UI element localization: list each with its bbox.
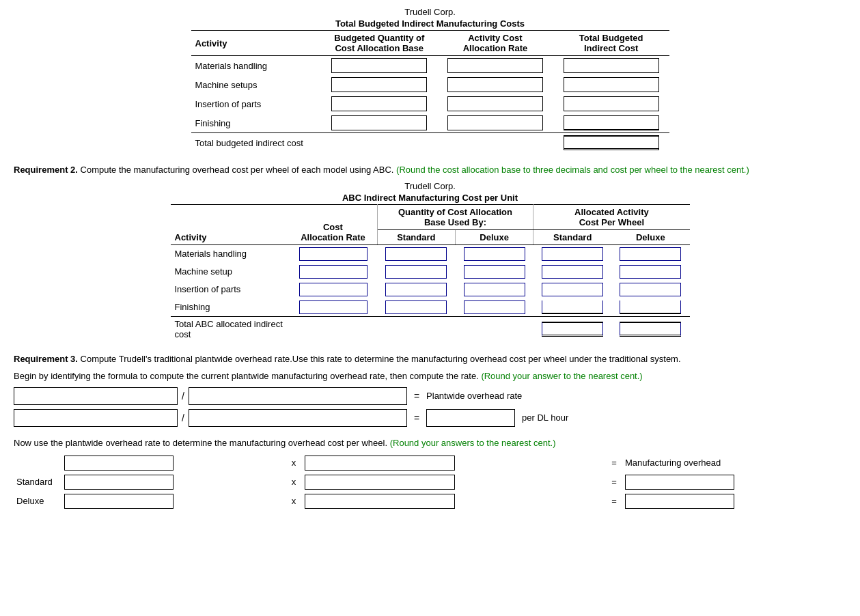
total-dlx-cost-cell bbox=[611, 316, 689, 341]
total-budgeted-header: Total Budgeted Indirect Cost bbox=[553, 31, 669, 56]
ip-dlx-qty-input[interactable] bbox=[464, 283, 525, 296]
mfg-overhead-label: Manufacturing overhead bbox=[625, 458, 721, 468]
ip-std-qty-input[interactable] bbox=[385, 283, 447, 296]
fn-dlx-qty-input[interactable] bbox=[464, 300, 525, 314]
mh-alloc-rate-input[interactable] bbox=[299, 247, 367, 261]
ip-budgeted-qty-cell bbox=[321, 94, 437, 113]
requirement2-text: Requirement 2. Compute the manufacturing… bbox=[14, 163, 846, 177]
table-row: Insertion of parts bbox=[171, 281, 690, 298]
formula-row-1: / = Plantwide overhead rate bbox=[14, 387, 846, 405]
mfg-dlx-input2[interactable] bbox=[305, 494, 455, 509]
total-std-cost-cell bbox=[533, 316, 611, 341]
ip-activity-cost-input[interactable] bbox=[447, 96, 543, 111]
ms-dlx-qty-cell bbox=[455, 263, 533, 281]
ms-total-budgeted-input[interactable] bbox=[564, 77, 659, 92]
table-row: Materials handling bbox=[191, 56, 669, 76]
mh-total-budgeted-cell bbox=[553, 56, 669, 76]
equals-symbol-1: = bbox=[414, 391, 419, 402]
total-budgeted-total-input[interactable] bbox=[564, 135, 659, 150]
allocated-activity-header: Allocated Activity Cost Per Wheel bbox=[533, 204, 690, 229]
slash-icon-2: / bbox=[182, 412, 184, 423]
mfg-x-symbol-2: x bbox=[286, 492, 302, 511]
total-std-cost-input[interactable] bbox=[542, 322, 603, 337]
fn-budgeted-qty-cell bbox=[321, 113, 437, 133]
fn-dlx-qty-cell bbox=[455, 298, 533, 317]
ip-budgeted-qty-input[interactable] bbox=[331, 96, 427, 111]
mfg-result-label-cell: Manufacturing overhead bbox=[622, 453, 846, 473]
mfg-dlx-input1[interactable] bbox=[64, 494, 174, 509]
ms-activity-cost-input[interactable] bbox=[447, 77, 543, 92]
mfg-overhead-table: x = Manufacturing overhead Standard x = … bbox=[14, 453, 846, 511]
activity-header: Activity bbox=[191, 31, 322, 56]
mh-activity-cost-cell bbox=[437, 56, 553, 76]
ms-budgeted-qty-input[interactable] bbox=[331, 77, 427, 92]
ms-dlx-cost-input[interactable] bbox=[620, 265, 681, 279]
mfg-row0-input1[interactable] bbox=[64, 456, 174, 471]
equals-symbol-2: = bbox=[414, 412, 419, 423]
mfg-std-input2[interactable] bbox=[305, 475, 455, 490]
ms-std-cost-input[interactable] bbox=[542, 265, 603, 279]
mfg-row0-input2[interactable] bbox=[305, 456, 455, 471]
activity-label: Finishing bbox=[171, 298, 290, 317]
activity-label: Machine setups bbox=[191, 75, 322, 94]
mfg-x-symbol-0: x bbox=[286, 453, 302, 473]
corp-name-1: Trudell Corp. bbox=[14, 7, 846, 17]
mh-activity-cost-input[interactable] bbox=[447, 58, 543, 73]
req3-green: (Round your answer to the nearest cent.) bbox=[481, 371, 642, 381]
mfg-input2-cell bbox=[302, 453, 606, 473]
mh-dlx-cost-input[interactable] bbox=[620, 247, 681, 261]
ip-alloc-rate-input[interactable] bbox=[299, 283, 367, 296]
ip-alloc-rate-cell bbox=[289, 281, 377, 298]
formula-denominator-2[interactable] bbox=[189, 409, 407, 427]
fn-dlx-cost-input[interactable] bbox=[620, 300, 681, 314]
total-dlx-cost-input[interactable] bbox=[620, 322, 681, 337]
fn-budgeted-qty-input[interactable] bbox=[331, 115, 427, 130]
mh-total-budgeted-input[interactable] bbox=[564, 58, 659, 73]
activity-header2: Activity bbox=[171, 204, 290, 244]
formula-numerator-1[interactable] bbox=[14, 387, 178, 405]
req3-normal: Compute Trudell's traditional plantwide … bbox=[81, 354, 681, 364]
formula-result-2[interactable] bbox=[426, 409, 515, 427]
ip-total-budgeted-input[interactable] bbox=[564, 96, 659, 111]
mfg-standard-label: Standard bbox=[14, 473, 61, 492]
mh-std-qty-input[interactable] bbox=[385, 247, 447, 261]
mfg-std-result[interactable] bbox=[625, 475, 734, 490]
fn-activity-cost-input[interactable] bbox=[447, 115, 543, 130]
fn-std-qty-input[interactable] bbox=[385, 300, 447, 314]
ip-std-qty-cell bbox=[377, 281, 455, 298]
table-row: Machine setup bbox=[171, 263, 690, 281]
requirement3-text: Requirement 3. Compute Trudell's traditi… bbox=[14, 352, 846, 383]
formula-numerator-2[interactable] bbox=[14, 409, 178, 427]
total-cost-cell bbox=[437, 133, 553, 153]
ip-std-cost-input[interactable] bbox=[542, 283, 603, 296]
ms-std-qty-input[interactable] bbox=[385, 265, 447, 279]
now-use-section: Now use the plantwide overhead rate to d… bbox=[14, 438, 846, 511]
activity-label: Materials handling bbox=[171, 244, 290, 263]
fn-total-budgeted-cell bbox=[553, 113, 669, 133]
mfg-dlx-result[interactable] bbox=[625, 494, 734, 509]
mh-budgeted-qty-input[interactable] bbox=[331, 58, 427, 73]
ms-activity-cost-cell bbox=[437, 75, 553, 94]
section2-title: ABC Indirect Manufacturing Cost per Unit bbox=[14, 193, 846, 203]
table-row: Finishing bbox=[171, 298, 690, 317]
mh-dlx-qty-input[interactable] bbox=[464, 247, 525, 261]
ip-activity-cost-cell bbox=[437, 94, 553, 113]
fn-std-cost-input[interactable] bbox=[542, 300, 603, 314]
ms-alloc-rate-input[interactable] bbox=[299, 265, 367, 279]
mfg-dlx-result-cell bbox=[622, 492, 846, 511]
mh-std-cost-input[interactable] bbox=[542, 247, 603, 261]
activity-cost-header: Activity Cost Allocation Rate bbox=[437, 31, 553, 56]
fn-alloc-rate-input[interactable] bbox=[299, 300, 367, 314]
mfg-std-input1[interactable] bbox=[64, 475, 174, 490]
ms-total-budgeted-cell bbox=[553, 75, 669, 94]
mh-alloc-rate-cell bbox=[289, 244, 377, 263]
ms-alloc-rate-cell bbox=[289, 263, 377, 281]
ms-dlx-qty-input[interactable] bbox=[464, 265, 525, 279]
ip-dlx-cost-cell bbox=[611, 281, 689, 298]
mfg-std-result-cell bbox=[622, 473, 846, 492]
fn-total-budgeted-input[interactable] bbox=[564, 115, 659, 130]
formula-row-2: / = per DL hour bbox=[14, 409, 846, 427]
mfg-std-input2-cell bbox=[302, 473, 606, 492]
formula-denominator-1[interactable] bbox=[189, 387, 407, 405]
ip-dlx-cost-input[interactable] bbox=[620, 283, 681, 296]
